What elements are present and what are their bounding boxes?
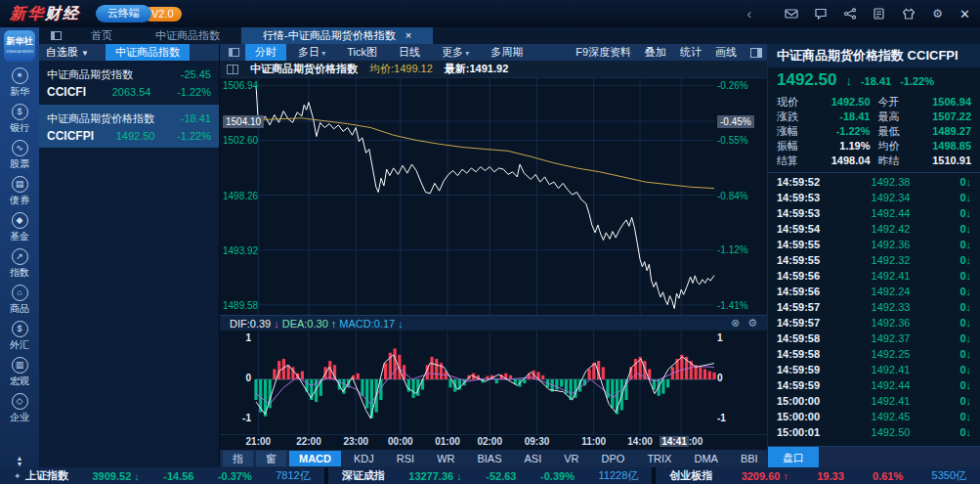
tick-list[interactable]: 14:59:521492.380↓14:59:531492.340↓14:59:… xyxy=(768,174,980,446)
status-index-上证指数[interactable]: ✦ 上证指数3909.52 ↓-14.56-0.37%7812亿 xyxy=(0,467,324,484)
sidebar-item-银行[interactable]: $银行 xyxy=(10,104,29,135)
time-tick: 23:00 xyxy=(343,436,368,447)
sidebar-item-企业[interactable]: ◇企业 xyxy=(10,393,29,424)
panel-toggle-left-icon[interactable] xyxy=(229,48,239,57)
mail-icon[interactable] xyxy=(784,8,798,21)
sidebar-item-label: 债券 xyxy=(10,194,29,207)
sidebar-item-label: 商品 xyxy=(10,302,29,316)
tick-volume: 0↓ xyxy=(946,330,971,346)
indicator-tab-DMA[interactable]: DMA xyxy=(684,451,727,466)
time-tick: 09:30 xyxy=(525,436,550,447)
indicator-tab-KDJ[interactable]: KDJ xyxy=(344,451,384,466)
app-logo: 新华财经 xyxy=(10,4,80,24)
quote-bottom-bar: 盘口 xyxy=(768,446,980,467)
tab-首页[interactable]: 首页 xyxy=(69,27,134,44)
indicator-tab-指标管理[interactable]: 指标管理 xyxy=(223,451,253,466)
sidebar-item-基金[interactable]: ◆基金 xyxy=(10,212,29,243)
indicator-tab-DPO[interactable]: DPO xyxy=(592,451,635,466)
period-tab-label: Tick图 xyxy=(347,46,377,58)
watchlist-row-CCICFPI[interactable]: 中证商品期货价格指数-18.41CCICFPI1492.50-1.22% xyxy=(39,105,219,149)
chat-icon[interactable] xyxy=(813,8,828,21)
sidebar-item-指数[interactable]: ↗指数 xyxy=(10,248,29,280)
period-tab-分时[interactable]: 分时 xyxy=(245,44,286,61)
index-name: 深证成指 xyxy=(342,468,385,483)
scroll-down-icon[interactable]: ▼ xyxy=(0,462,39,467)
sidebar-item-glyph-icon: $ xyxy=(12,321,28,337)
tick-row: 14:59:541492.420↓ xyxy=(777,221,971,237)
shirt-icon[interactable] xyxy=(901,8,916,21)
stat-label: 均价 xyxy=(878,139,907,154)
xinhua-app-icon[interactable]: 新华社 XINHUA NEWS xyxy=(4,30,35,62)
gear-icon[interactable]: ⚙ xyxy=(930,8,945,21)
period-tab-多周期[interactable]: 多周期 xyxy=(481,44,533,61)
sidebar-item-label: 银行 xyxy=(10,121,29,135)
price-chart[interactable]: 1506.941504.101502.601498.261493.921489.… xyxy=(220,78,767,315)
close-indicator-icon[interactable]: ⊗ xyxy=(731,317,740,330)
tab-中证商品指数[interactable]: 中证商品指数 xyxy=(134,27,241,44)
period-tab-多日[interactable]: 多日 ▾ xyxy=(288,44,335,61)
time-tick-suffix: :00 xyxy=(689,436,703,447)
indicator-tab-TRIX[interactable]: TRIX xyxy=(637,451,681,466)
period-tab-更多[interactable]: 更多 ▾ xyxy=(432,44,479,61)
indicator-tab-BIAS[interactable]: BIAS xyxy=(467,451,511,466)
watchlist-group-tab[interactable]: 中证商品指数 xyxy=(106,44,190,61)
watch-change: -25.45 xyxy=(181,66,211,83)
sidebar-item-glyph-icon: ⌂ xyxy=(12,285,28,301)
sidebar-scroll-arrows[interactable]: ▲ ▼ xyxy=(0,456,39,467)
tab-order-book[interactable]: 盘口 xyxy=(768,447,819,467)
share-icon[interactable] xyxy=(842,8,857,21)
quote-stat-row: 结算1498.04昨结1510.91 xyxy=(777,154,971,168)
split-view-icon[interactable] xyxy=(227,65,238,74)
collapse-arrow-icon[interactable]: ‹ xyxy=(746,6,751,22)
sidebar-item-商品[interactable]: ⌂商品 xyxy=(10,285,29,316)
quote-title: 中证商品期货价格指数 CCICFPI xyxy=(768,44,980,67)
toolbar-action-叠加[interactable]: 叠加 xyxy=(645,45,666,60)
stat-label: 振幅 xyxy=(777,139,805,154)
time-axis: 21:0022:0023:0000:0001:0002:0009:3011:00… xyxy=(220,434,767,450)
toolbar-action-F9深度资料[interactable]: F9深度资料 xyxy=(575,45,631,60)
quote-stat-row: 现价1492.50今开1506.94 xyxy=(777,95,971,110)
status-index-深证成指[interactable]: 深证成指13277.36 ↓-52.63-0.39%11228亿 xyxy=(328,467,653,484)
stat-label: 昨结 xyxy=(878,154,907,168)
tick-row: 14:59:571492.330↓ xyxy=(777,299,971,315)
quote-stat-row: 涨幅-1.22%最低1489.27 xyxy=(777,124,971,139)
tick-time: 15:00:01 xyxy=(777,424,835,440)
close-window-icon[interactable]: ✕ xyxy=(959,7,970,22)
watchlist-dropdown[interactable]: 自选股 ▼ xyxy=(39,45,96,60)
tick-price: 1492.34 xyxy=(835,190,946,205)
tick-price: 1492.41 xyxy=(835,362,946,377)
indicator-tab-BBI[interactable]: BBI xyxy=(731,451,768,466)
window-layout-icon[interactable] xyxy=(51,31,62,40)
note-icon[interactable] xyxy=(872,8,886,21)
indicator-tab-VR[interactable]: VR xyxy=(554,451,588,466)
tick-time: 14:59:57 xyxy=(777,299,835,315)
tab-行情-中证商品期货价格指数[interactable]: 行情-中证商品期货价格指数× xyxy=(241,27,433,44)
tab-close-icon[interactable]: × xyxy=(405,29,411,41)
sidebar-item-外汇[interactable]: $外汇 xyxy=(10,321,29,352)
indicator-tab-窗口[interactable]: 窗口 xyxy=(256,451,286,466)
y-axis-price-label: 1489.58 xyxy=(223,299,258,312)
chart-avg-price: 均价:1499.12 xyxy=(369,62,433,76)
period-tab-label: 分时 xyxy=(255,46,277,58)
macd-chart[interactable]: 1 0 -1 1 0 -1 xyxy=(220,330,767,434)
indicator-tab-RSI[interactable]: RSI xyxy=(387,451,424,466)
sidebar-item-债券[interactable]: ▤债券 xyxy=(10,176,29,207)
watchlist-row-CCICFI[interactable]: 中证商品期货指数-25.45CCICFI2063.54-1.22% xyxy=(39,61,219,105)
watch-change: -18.41 xyxy=(181,110,211,127)
indicator-tab-MACD[interactable]: MACD xyxy=(289,451,341,466)
sidebar-item-新华[interactable]: ✶新华 xyxy=(10,67,29,99)
period-tab-Tick图[interactable]: Tick图 xyxy=(337,44,387,61)
indicator-tab-WR[interactable]: WR xyxy=(427,451,464,466)
sidebar-item-宏观[interactable]: ▥宏观 xyxy=(10,357,29,388)
toolbar-action-统计[interactable]: 统计 xyxy=(680,45,702,60)
tick-volume: 0↓ xyxy=(946,237,971,252)
sidebar-item-股票[interactable]: ∿股票 xyxy=(10,140,29,171)
quote-last-price: 1492.50 xyxy=(777,70,836,90)
period-tab-日线[interactable]: 日线 xyxy=(389,44,430,61)
toolbar-action-画线[interactable]: 画线 xyxy=(715,45,737,60)
indicator-settings-icon[interactable]: ⚙ xyxy=(747,317,757,330)
panel-toggle-right-icon[interactable] xyxy=(750,48,762,58)
indicator-tab-ASI[interactable]: ASI xyxy=(515,451,552,466)
stat-label: 最高 xyxy=(878,110,907,124)
status-index-创业板指[interactable]: 创业板指3209.60 ↑19.330.61%5350亿 xyxy=(656,467,980,484)
